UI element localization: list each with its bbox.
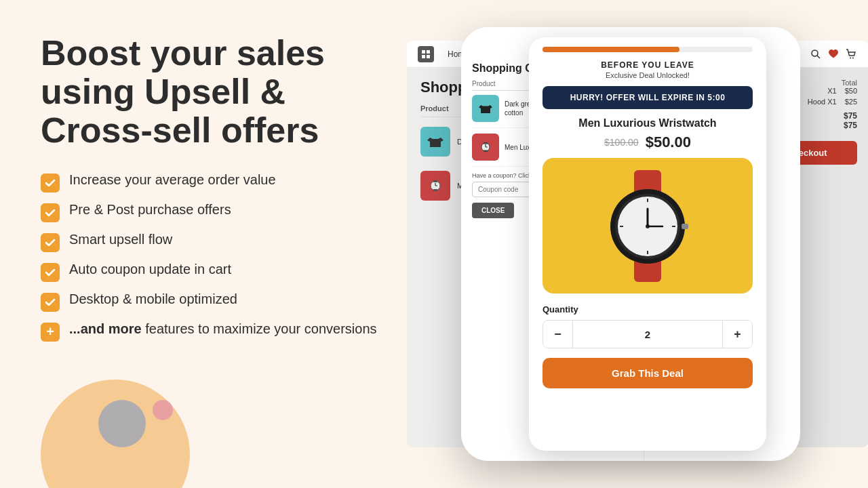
cart-icon[interactable] (845, 48, 857, 60)
upsell-content: BEFORE YOU LEAVE Exclusive Deal Unlocked… (529, 52, 766, 451)
check-icon-1 (41, 174, 60, 192)
check-icon-5 (41, 293, 60, 312)
svg-rect-30 (682, 224, 688, 229)
svg-rect-14 (484, 142, 488, 144)
cart-item-1-thumb (420, 127, 450, 157)
price-row: $100.00 $50.00 (542, 134, 753, 151)
upsell-product-name: Men Luxurious Wristwatch (542, 117, 753, 129)
search-icon[interactable] (810, 48, 822, 60)
svg-rect-15 (484, 150, 488, 152)
svg-rect-3 (427, 55, 430, 58)
close-button[interactable]: CLOSE (472, 203, 514, 218)
svg-point-7 (852, 57, 854, 58)
svg-rect-0 (422, 50, 425, 54)
check-icon-3 (41, 233, 60, 252)
quantity-minus-button[interactable]: − (543, 321, 573, 348)
bg-circle-grey (98, 400, 146, 447)
cart-nav-logo (418, 46, 434, 62)
upsell-headline: BEFORE YOU LEAVE (542, 60, 753, 70)
svg-line-5 (817, 56, 820, 58)
feature-item-5: Desktop & mobile optimized (41, 291, 400, 312)
phone-thumb-1 (472, 95, 499, 122)
svg-point-6 (850, 57, 851, 58)
cart-item-2-thumb (420, 171, 450, 201)
feature-item-3: Smart upsell flow (41, 232, 400, 252)
timer-bar: HURRY! OFFER WILL EXPIRE IN 5:00 (542, 86, 753, 109)
price-sale: $50.00 (646, 134, 691, 151)
svg-rect-1 (427, 50, 430, 54)
plus-icon: + (41, 323, 60, 342)
progress-bar-fill (542, 47, 679, 52)
svg-rect-9 (433, 180, 437, 182)
svg-rect-10 (433, 189, 437, 191)
grab-deal-button[interactable]: Grab This Deal (542, 358, 753, 388)
phone-thumb-2 (472, 134, 499, 161)
progress-bar-container (542, 47, 753, 52)
check-icon-2 (41, 203, 60, 222)
left-section: Boost your sales using Upsell & Cross-se… (41, 34, 400, 342)
svg-rect-2 (422, 55, 425, 58)
bg-circle-pink (153, 400, 173, 420)
quantity-plus-button[interactable]: + (722, 321, 752, 348)
heart-icon[interactable] (827, 48, 840, 60)
svg-point-4 (812, 50, 818, 56)
cart-nav-icons-right (810, 48, 857, 60)
feature-item-6: + ...and more features to maximize your … (41, 321, 400, 342)
watch-image (542, 158, 753, 293)
quantity-label: Quantity (542, 304, 753, 314)
feature-item-4: Auto coupon update in cart (41, 262, 400, 282)
price-original: $100.00 (604, 137, 639, 148)
feature-item-1: Increase your average order value (41, 172, 400, 192)
right-section: Home Blog Shop Abou... Shopping Cart (380, 0, 868, 488)
main-headline: Boost your sales using Upsell & Cross-se… (41, 34, 400, 150)
feature-item-2: Pre & Post purchase offers (41, 202, 400, 222)
upsell-subtitle: Exclusive Deal Unlocked! (542, 71, 753, 79)
quantity-row: − + (542, 320, 753, 348)
upsell-overlay: BEFORE YOU LEAVE Exclusive Deal Unlocked… (529, 37, 766, 451)
features-list: Increase your average order value Pre & … (41, 172, 400, 342)
quantity-input[interactable] (573, 329, 722, 340)
check-icon-4 (41, 263, 60, 282)
